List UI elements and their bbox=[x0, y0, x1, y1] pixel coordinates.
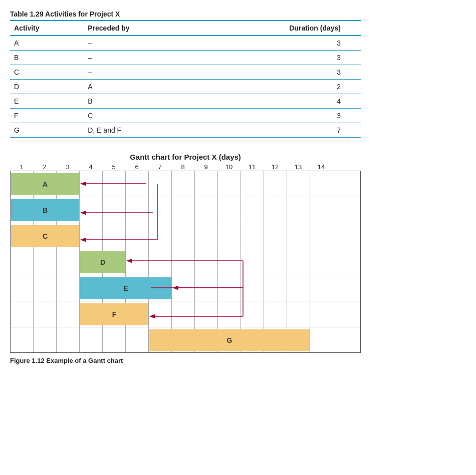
gantt-cell bbox=[310, 223, 333, 249]
cell-duration: 3 bbox=[194, 36, 361, 51]
gantt-cell bbox=[264, 301, 287, 327]
table-title: Table 1.29 Activities for Project X bbox=[10, 10, 361, 18]
gantt-cell bbox=[218, 223, 241, 249]
gantt-cell bbox=[172, 171, 195, 197]
gantt-day-label: 7 bbox=[148, 163, 171, 171]
table-row: G D, E and F 7 bbox=[10, 123, 361, 138]
gantt-cell bbox=[310, 301, 333, 327]
gantt-cell bbox=[218, 275, 241, 301]
table-row: C – 3 bbox=[10, 65, 361, 80]
gantt-day-label: 13 bbox=[287, 163, 310, 171]
gantt-cell bbox=[103, 223, 126, 249]
gantt-cell bbox=[103, 327, 126, 353]
gantt-cell bbox=[218, 249, 241, 275]
gantt-cell bbox=[241, 223, 264, 249]
gantt-cell bbox=[172, 223, 195, 249]
gantt-cell bbox=[195, 301, 218, 327]
gantt-grid: ABCDEFG bbox=[10, 171, 361, 353]
gantt-cell bbox=[172, 301, 195, 327]
gantt-day-label: 12 bbox=[264, 163, 287, 171]
gantt-row bbox=[11, 249, 360, 275]
figure-caption: Figure 1.12 Example of a Gantt chart bbox=[10, 357, 361, 364]
gantt-day-label: 4 bbox=[79, 163, 102, 171]
gantt-bar-e: E bbox=[80, 277, 171, 299]
gantt-day-label: 9 bbox=[194, 163, 217, 171]
gantt-cell bbox=[287, 171, 310, 197]
gantt-cell bbox=[195, 249, 218, 275]
gantt-cell bbox=[11, 327, 34, 353]
gantt-title: Gantt chart for Project X (days) bbox=[10, 153, 361, 161]
cell-duration: 3 bbox=[194, 51, 361, 65]
gantt-section: Gantt chart for Project X (days) 1234567… bbox=[10, 153, 361, 364]
gantt-cell bbox=[80, 223, 103, 249]
gantt-bar-a: A bbox=[11, 173, 79, 195]
cell-duration: 2 bbox=[194, 80, 361, 94]
col-header-duration: Duration (days) bbox=[194, 21, 361, 36]
gantt-cell bbox=[57, 301, 80, 327]
gantt-cell bbox=[57, 327, 80, 353]
cell-preceded: D, E and F bbox=[84, 123, 194, 138]
gantt-cell bbox=[80, 327, 103, 353]
gantt-day-label: 3 bbox=[56, 163, 79, 171]
gantt-cell bbox=[264, 223, 287, 249]
gantt-cell bbox=[310, 249, 333, 275]
cell-preceded: C bbox=[84, 109, 194, 123]
gantt-day-label: 6 bbox=[125, 163, 148, 171]
gantt-day-headers: 1234567891011121314 bbox=[10, 163, 361, 171]
col-header-preceded: Preceded by bbox=[84, 21, 194, 36]
cell-duration: 7 bbox=[194, 123, 361, 138]
cell-preceded: – bbox=[84, 51, 194, 65]
gantt-cell bbox=[126, 327, 149, 353]
gantt-cell bbox=[241, 171, 264, 197]
cell-duration: 4 bbox=[194, 94, 361, 109]
gantt-cell bbox=[218, 301, 241, 327]
gantt-cell bbox=[172, 197, 195, 223]
cell-activity: F bbox=[10, 109, 84, 123]
gantt-cell bbox=[241, 249, 264, 275]
gantt-cell bbox=[149, 249, 172, 275]
cell-activity: E bbox=[10, 94, 84, 109]
gantt-cell bbox=[57, 275, 80, 301]
gantt-cell bbox=[80, 171, 103, 197]
gantt-cell bbox=[34, 301, 57, 327]
gantt-cell bbox=[126, 171, 149, 197]
table-row: B – 3 bbox=[10, 51, 361, 65]
gantt-cell bbox=[57, 249, 80, 275]
gantt-cell bbox=[34, 249, 57, 275]
gantt-day-label: 14 bbox=[310, 163, 333, 171]
cell-preceded: – bbox=[84, 65, 194, 80]
gantt-cell bbox=[241, 275, 264, 301]
activities-table: Activity Preceded by Duration (days) A –… bbox=[10, 20, 361, 138]
gantt-day-label: 8 bbox=[171, 163, 194, 171]
gantt-cell bbox=[195, 275, 218, 301]
gantt-day-label: 1 bbox=[10, 163, 33, 171]
gantt-cell bbox=[264, 197, 287, 223]
gantt-cell bbox=[34, 327, 57, 353]
gantt-cell bbox=[149, 223, 172, 249]
gantt-bar-g: G bbox=[149, 329, 310, 351]
cell-activity: G bbox=[10, 123, 84, 138]
gantt-cell bbox=[11, 275, 34, 301]
gantt-cell bbox=[218, 197, 241, 223]
gantt-cell bbox=[264, 275, 287, 301]
gantt-cell bbox=[80, 197, 103, 223]
gantt-chart-wrapper: ABCDEFG bbox=[10, 171, 361, 353]
cell-preceded: – bbox=[84, 36, 194, 51]
gantt-cell bbox=[287, 197, 310, 223]
gantt-cell bbox=[195, 197, 218, 223]
cell-preceded: A bbox=[84, 80, 194, 94]
gantt-bar-d: D bbox=[80, 251, 125, 273]
gantt-day-label: 5 bbox=[102, 163, 125, 171]
cell-activity: D bbox=[10, 80, 84, 94]
gantt-cell bbox=[34, 275, 57, 301]
gantt-cell bbox=[241, 197, 264, 223]
gantt-cell bbox=[218, 171, 241, 197]
gantt-cell bbox=[264, 249, 287, 275]
gantt-cell bbox=[172, 275, 195, 301]
gantt-cell bbox=[287, 249, 310, 275]
gantt-cell bbox=[310, 275, 333, 301]
gantt-cell bbox=[310, 197, 333, 223]
gantt-cell bbox=[103, 197, 126, 223]
gantt-cell bbox=[287, 301, 310, 327]
cell-activity: A bbox=[10, 36, 84, 51]
